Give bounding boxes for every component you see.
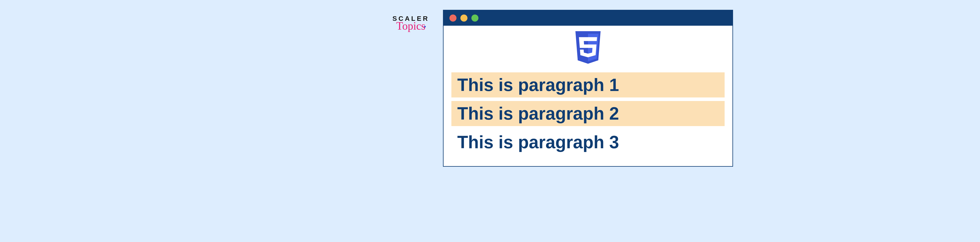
paragraph-3: This is paragraph 3 bbox=[452, 130, 725, 155]
window-body: This is paragraph 1 This is paragraph 2 … bbox=[444, 26, 732, 166]
maximize-icon[interactable] bbox=[471, 14, 479, 22]
css3-icon-wrap bbox=[452, 31, 725, 67]
scaler-topics-logo: SCALER Topics bbox=[392, 15, 429, 31]
logo-text-topics: Topics bbox=[396, 21, 425, 31]
minimize-icon[interactable] bbox=[460, 14, 468, 22]
paragraph-2: This is paragraph 2 bbox=[452, 101, 725, 126]
browser-window: This is paragraph 1 This is paragraph 2 … bbox=[443, 10, 733, 167]
css3-shield-icon bbox=[572, 31, 604, 67]
close-icon[interactable] bbox=[449, 14, 457, 22]
paragraph-1: This is paragraph 1 bbox=[452, 72, 725, 97]
logo-dot-icon bbox=[424, 26, 426, 27]
window-titlebar bbox=[444, 10, 732, 26]
